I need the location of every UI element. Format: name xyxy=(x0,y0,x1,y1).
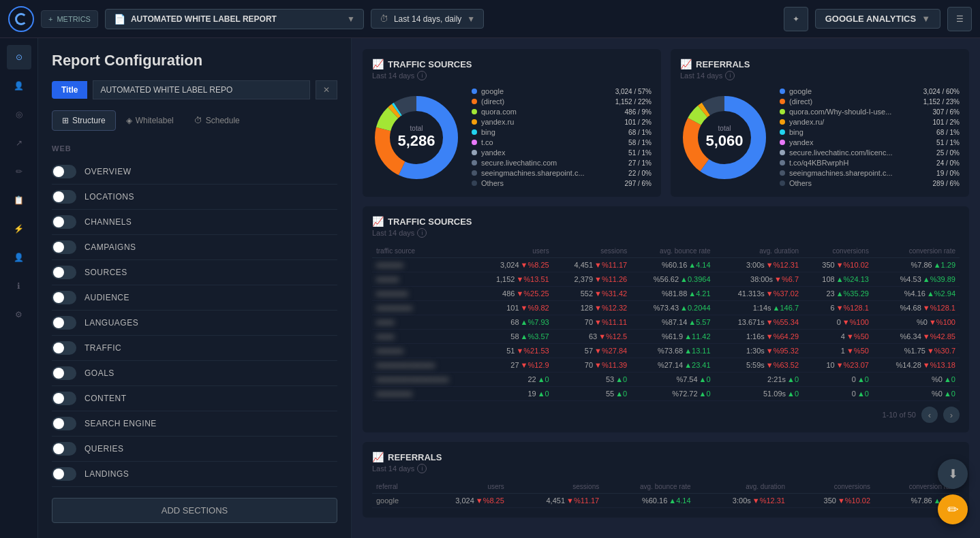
locations-toggle[interactable] xyxy=(52,190,76,204)
sidenav-item-growth[interactable]: ↗ xyxy=(7,131,31,155)
config-panel: Report Configuration Title ✕ ⊞ Structure… xyxy=(38,38,352,538)
legend-dot xyxy=(780,119,785,125)
web-section-label: WEB xyxy=(52,144,337,153)
cell-sessions: 70 ▼%11.39 xyxy=(553,358,632,373)
cell-bounce: %73.43 ▲0.2044 xyxy=(631,301,714,315)
table-row: ■■■■■ 1,152 ▼%13.51 2,379 ▼%11.26 %56.62… xyxy=(372,272,960,287)
traffic-toggle[interactable] xyxy=(52,341,76,355)
content-area: 📈 TRAFFIC SOURCES Last 14 days i xyxy=(352,38,980,538)
cell-source: ■■■■■■■■ xyxy=(372,387,475,401)
queries-toggle[interactable] xyxy=(52,442,76,456)
settings-icon-btn[interactable]: ✦ xyxy=(784,7,808,31)
channels-toggle[interactable] xyxy=(52,215,76,229)
col-sessions: sessions xyxy=(508,480,603,494)
legend-item: yandex 51 / 1% xyxy=(472,148,652,157)
next-page-btn[interactable]: › xyxy=(943,407,960,423)
sidenav-item-analytics[interactable]: ◎ xyxy=(7,102,31,127)
logo-icon xyxy=(15,13,27,25)
main-layout: ⊙ 👤 ◎ ↗ ✏ 📋 ⚡ 👤 ℹ ⚙ Report Configuration… xyxy=(0,38,980,538)
download-icon: ⬇ xyxy=(948,466,958,481)
pagination: 1-10 of 50 ‹ › xyxy=(372,407,960,423)
sources-toggle[interactable] xyxy=(52,266,76,279)
toggle-content: CONTENT xyxy=(52,386,337,411)
tab-schedule[interactable]: ⏱ Schedule xyxy=(184,110,250,131)
traffic-donut-center: total 5,286 xyxy=(372,93,461,182)
title-clear-btn[interactable]: ✕ xyxy=(316,80,337,99)
edit-fab[interactable]: ✏ xyxy=(938,494,968,524)
sidenav-item-config[interactable]: ⚙ xyxy=(7,302,31,327)
config-title: Report Configuration xyxy=(52,52,337,69)
languages-label: LANGUAGES xyxy=(85,318,138,328)
languages-toggle[interactable] xyxy=(52,316,76,330)
col-bounce: avg. bounce rate xyxy=(631,244,714,258)
referrals-table: referral users sessions avg. bounce rate… xyxy=(372,480,960,508)
audience-toggle[interactable] xyxy=(52,291,76,304)
cell-sessions: 2,379 ▼%11.26 xyxy=(553,272,632,287)
campaigns-label: CAMPAIGNS xyxy=(85,242,136,252)
cell-source: ■■■■■ xyxy=(372,272,475,287)
search-engine-toggle[interactable] xyxy=(52,417,76,430)
col-duration: avg. duration xyxy=(695,480,789,494)
add-sections-button[interactable]: ADD SECTIONS xyxy=(52,498,337,523)
info-icon: ℹ xyxy=(17,281,20,291)
cell-duration: 5:59s ▼%63.52 xyxy=(715,358,803,373)
add-button[interactable]: + METRICS xyxy=(41,10,98,28)
home-icon: ⊙ xyxy=(16,52,22,62)
cell-conv-rate: %4.68 ▼%128.1 xyxy=(873,301,960,315)
edit-pencil-icon: ✏ xyxy=(947,501,959,518)
table-row: ■■■■■■ 3,024 ▼%8.25 4,451 ▼%11.17 %60.16… xyxy=(372,258,960,272)
legend-dot xyxy=(472,99,477,104)
legend-dot xyxy=(472,170,477,176)
sidenav-item-users[interactable]: 👤 xyxy=(7,74,31,98)
sidenav-item-lightning[interactable]: ⚡ xyxy=(7,217,31,241)
overview-toggle[interactable] xyxy=(52,165,76,178)
cell-source: ■■■■■■ xyxy=(372,344,475,358)
cell-duration: 3:00s ▼%12.31 xyxy=(695,494,789,508)
cell-sessions: 552 ▼%31.42 xyxy=(553,287,632,301)
referrals-subtitle: Last 14 days i xyxy=(680,71,960,80)
cell-source: ■■■■■■■ xyxy=(372,287,475,301)
table-row: ■■■■■■ 51 ▼%21.53 57 ▼%27.84 %73.68 ▲13.… xyxy=(372,344,960,358)
traffic-total-label: total xyxy=(410,125,423,132)
pagination-text: 1-10 of 50 xyxy=(882,411,916,419)
table-header-row: referral users sessions avg. bounce rate… xyxy=(372,480,960,494)
referrals-table-chart-icon: 📈 xyxy=(372,452,384,462)
col-users: users xyxy=(475,244,553,258)
landings-toggle[interactable] xyxy=(52,467,76,481)
prev-page-btn[interactable]: ‹ xyxy=(921,407,938,423)
sidenav-item-info[interactable]: ℹ xyxy=(7,274,31,298)
sidenav-item-account[interactable]: 👤 xyxy=(7,245,31,270)
referrals-table-subtitle: Last 14 days i xyxy=(372,464,960,473)
sidenav-item-home[interactable]: ⊙ xyxy=(7,45,31,69)
referrals-table-card: 📈 REFERRALS Last 14 days i referral user… xyxy=(363,442,969,518)
date-selector[interactable]: ⏱ Last 14 days, daily ▼ xyxy=(371,9,484,29)
title-input[interactable] xyxy=(93,80,310,99)
sidenav-item-edit[interactable]: ✏ xyxy=(7,159,31,184)
referrals-info-icon: i xyxy=(725,71,735,80)
cell-duration: 51.09s ▲0 xyxy=(715,387,803,401)
legend-item: (direct) 1,152 / 23% xyxy=(780,97,960,106)
cell-source: ■■■■■■■■ xyxy=(372,301,475,315)
tab-structure[interactable]: ⊞ Structure xyxy=(52,110,116,131)
download-fab[interactable]: ⬇ xyxy=(938,459,968,489)
cell-bounce: %73.68 ▲13.11 xyxy=(631,344,714,358)
cell-conv-rate: %4.16 ▲%2.94 xyxy=(873,287,960,301)
cell-bounce: %7.54 ▲0 xyxy=(631,373,714,387)
campaigns-toggle[interactable] xyxy=(52,240,76,254)
users-icon: 👤 xyxy=(14,81,24,91)
toggle-channels: CHANNELS xyxy=(52,210,337,235)
cell-source: google xyxy=(372,494,420,508)
goals-toggle[interactable] xyxy=(52,366,76,380)
toggle-audience: AUDIENCE xyxy=(52,285,337,311)
menu-btn[interactable]: ☰ xyxy=(947,7,972,31)
cell-bounce: %60.16 ▲4.14 xyxy=(631,258,714,272)
cell-duration: 1:14s ▲146.7 xyxy=(715,301,803,315)
cell-conv: 23 ▲%35.29 xyxy=(803,287,873,301)
tab-whitelabel[interactable]: ◈ Whitelabel xyxy=(116,110,184,131)
ga-selector[interactable]: GOOGLE ANALYTICS ▼ xyxy=(815,9,940,29)
cell-bounce: %56.62 ▲0.3964 xyxy=(631,272,714,287)
sidenav-item-reports[interactable]: 📋 xyxy=(7,188,31,212)
report-selector[interactable]: 📄 AUTOMATED WHITE LABEL REPORT ▼ xyxy=(105,9,364,29)
topbar: + METRICS 📄 AUTOMATED WHITE LABEL REPORT… xyxy=(0,0,980,38)
content-toggle[interactable] xyxy=(52,392,76,405)
